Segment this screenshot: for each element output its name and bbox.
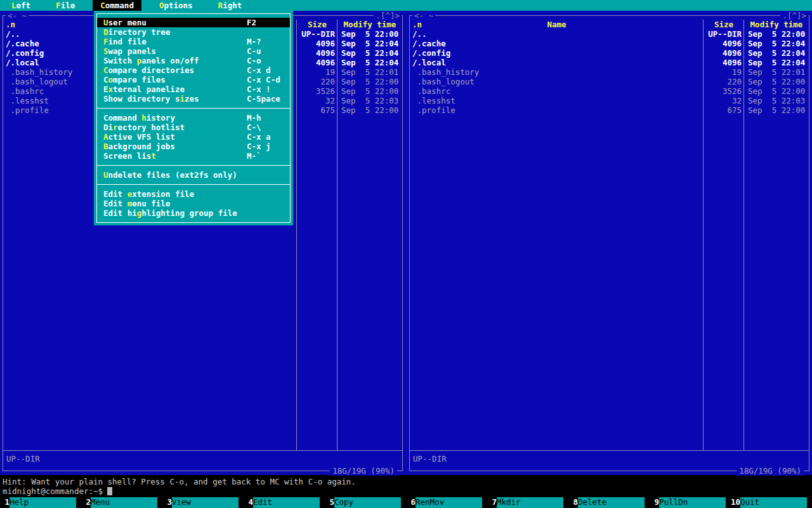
menu-item-19[interactable]: Edit menu file <box>97 199 290 208</box>
shell-prompt[interactable]: midnight@commander:~$ <box>3 486 812 496</box>
right-file-panel: <- ~ .[^]> .nName Size Modify time /.. U… <box>409 15 809 471</box>
fkey-3[interactable]: 4Edit <box>244 497 325 508</box>
menu-item-4[interactable]: Switch panels on/offC-o <box>97 56 290 65</box>
size-column-header[interactable]: Size <box>297 20 337 29</box>
file-name: /.. <box>410 29 704 39</box>
menu-item-label: mpare files <box>113 75 166 84</box>
menu-item-18[interactable]: Edit extension file <box>97 189 290 199</box>
fkey-number: 3 <box>162 497 172 508</box>
menu-item-label: anels on/off <box>141 56 199 65</box>
file-mtime: Sep 5 22:04 <box>337 39 402 48</box>
menu-item-14[interactable]: Screen listM-` <box>97 151 290 161</box>
fkey-number: 6 <box>406 497 416 508</box>
menu-item-8[interactable]: Show directory sizesC-Space <box>97 94 290 104</box>
menu-item-17[interactable] <box>97 180 290 189</box>
fkey-0[interactable]: 1Help <box>0 497 81 508</box>
fkey-6[interactable]: 7Mkdir <box>487 497 568 508</box>
file-name: .profile <box>410 105 704 115</box>
file-size: 4096 <box>704 39 744 48</box>
left-panel-corner-buttons[interactable]: .[^]> <box>374 11 402 20</box>
shell-area: Hint: Want your plain shell? Press C-o, … <box>0 475 812 496</box>
menubar-item-4[interactable]: Right <box>211 0 250 11</box>
menu-item-shortcut: C-\ <box>247 123 261 132</box>
menu-item-label: xtension file <box>132 189 194 199</box>
modify-time-column-header[interactable]: Modify time <box>337 20 402 29</box>
menubar-item-0[interactable]: Left <box>4 0 38 11</box>
fkey-4[interactable]: 5Copy <box>325 497 406 508</box>
menu-item-pre: Switch <box>103 56 137 65</box>
menu-item-10[interactable]: Command historyM-h <box>97 113 290 123</box>
menu-item-label: ndelete files (ext2fs only) <box>108 170 237 180</box>
menubar-item-label: ommand <box>105 1 134 10</box>
sort-indicator[interactable]: .n <box>412 20 422 29</box>
menu-item-3[interactable]: Swap panelsC-u <box>97 46 290 56</box>
menu-item-0[interactable]: User menuF2 <box>97 18 290 27</box>
name-column-header[interactable]: .nName <box>410 20 704 29</box>
file-size: 220 <box>297 77 337 86</box>
file-size: 675 <box>704 105 744 115</box>
menu-item-pre: Screen lis <box>103 151 151 161</box>
left-panel-path[interactable]: <- ~ <box>6 11 29 20</box>
menu-item-shortcut: M-` <box>247 151 261 161</box>
disk-usage: 18G/19G (90%) <box>737 466 804 476</box>
menu-item-13[interactable]: Background jobsC-x j <box>97 142 290 151</box>
menu-item-pre: Show directory s <box>103 94 180 104</box>
menu-item-5[interactable]: Compare directoriesC-x d <box>97 65 290 75</box>
menu-item-2[interactable]: Find fileM-? <box>97 37 290 46</box>
command-dropdown-border: User menuF2Directory treeFind fileM-?Swa… <box>96 13 291 223</box>
file-row-5[interactable]: .bash_logout 220 Sep 5 22:00 <box>410 77 809 86</box>
menu-item-1[interactable]: Directory tree <box>97 27 290 37</box>
menu-item-6[interactable]: Compare filesC-x C-d <box>97 75 290 84</box>
fkey-number: 10 <box>731 497 740 508</box>
size-column-header[interactable]: Size <box>704 20 744 29</box>
menu-item-hotkey: D <box>103 27 108 37</box>
file-row-2[interactable]: /.config 4096 Sep 5 22:04 <box>410 48 809 58</box>
fkey-8[interactable]: 9PullDn <box>650 497 731 508</box>
menu-item-16[interactable]: Undelete files (ext2fs only) <box>97 170 290 180</box>
menu-item-hotkey: h <box>141 113 147 123</box>
fkey-7[interactable]: 8Delete <box>568 497 650 508</box>
menu-item-hotkey: i <box>180 94 185 104</box>
menu-item-9[interactable] <box>97 104 290 113</box>
fkey-1[interactable]: 2Menu <box>81 497 162 508</box>
file-row-6[interactable]: .bashrc 3526 Sep 5 22:00 <box>410 86 809 96</box>
column-divider <box>337 20 337 451</box>
right-panel-corner-buttons[interactable]: .[^]> <box>780 11 808 20</box>
menubar-item-2[interactable]: Command <box>93 0 141 11</box>
fkey-number: 5 <box>325 497 334 508</box>
menu-item-11[interactable]: Directory hotlistC-\ <box>97 123 290 132</box>
menu-item-label: ackground jobs <box>108 142 175 151</box>
file-row-4[interactable]: .bash_history 19 Sep 5 22:01 <box>410 67 809 77</box>
file-row-1[interactable]: /.cache 4096 Sep 5 22:04 <box>410 39 809 48</box>
fkey-number: 7 <box>487 497 497 508</box>
menu-item-label: ctive VFS list <box>108 132 175 142</box>
menubar-item-1[interactable]: File <box>48 0 82 11</box>
menu-item-7[interactable]: External panelizeC-x ! <box>97 84 290 94</box>
fkey-label: PullDn <box>659 497 726 508</box>
file-row-3[interactable]: /.local 4096 Sep 5 22:04 <box>410 58 809 67</box>
file-row-8[interactable]: .profile 675 Sep 5 22:00 <box>410 105 809 115</box>
menubar-item-3[interactable]: Options <box>152 0 200 11</box>
file-row-0[interactable]: /.. UP--DIR Sep 5 22:00 <box>410 29 809 39</box>
column-divider <box>743 20 744 451</box>
file-name: .bash_logout <box>410 77 704 86</box>
file-name: /.cache <box>410 39 704 48</box>
menu-item-15[interactable] <box>97 161 290 170</box>
fkey-5[interactable]: 6RenMov <box>406 497 487 508</box>
menu-item-label: hlighting group file <box>141 208 237 218</box>
right-panel-path[interactable]: <- ~ <box>412 11 435 20</box>
modify-time-column-header[interactable]: Modify time <box>744 20 809 29</box>
sort-indicator[interactable]: .n <box>6 20 15 29</box>
function-key-bar: 1Help2Menu3View4Edit5Copy6RenMov7Mkdir8D… <box>0 496 812 508</box>
file-mtime: Sep 5 22:00 <box>337 77 402 86</box>
file-mtime: Sep 5 22:03 <box>744 96 809 105</box>
menu-item-12[interactable]: Active VFS listC-x a <box>97 132 290 142</box>
menu-item-20[interactable]: Edit highlighting group file <box>97 208 290 218</box>
fkey-9[interactable]: 10Quit <box>731 497 812 508</box>
fkey-2[interactable]: 3View <box>162 497 244 508</box>
menubar-item-label: ight <box>223 1 242 10</box>
fkey-label: Quit <box>740 497 807 508</box>
disk-usage: 18G/19G (90%) <box>330 466 397 476</box>
menubar-item-hotkey: C <box>100 1 105 10</box>
file-row-7[interactable]: .lesshst 32 Sep 5 22:03 <box>410 96 809 105</box>
